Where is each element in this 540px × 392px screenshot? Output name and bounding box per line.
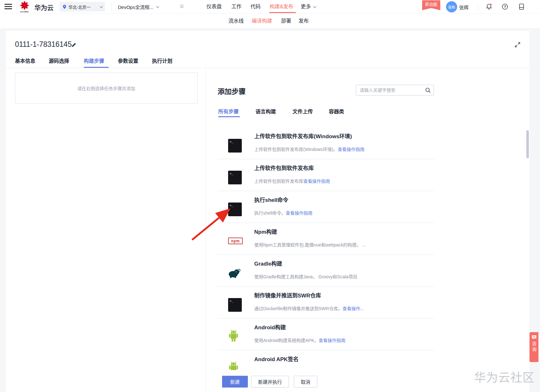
cancel-button[interactable]: 取消 <box>294 376 317 388</box>
step-item-npm[interactable]: npm Npm构建 使用Npm工具管理软件包,能做vue和webpack的构建。… <box>218 223 434 255</box>
topbar: HUAWEI 华为云 华北-北京一 DevOps全流程... ☆ 仪表盘 工作 … <box>0 0 540 13</box>
divider <box>112 3 112 11</box>
divider <box>478 3 478 11</box>
step-tab-language[interactable]: 语言构建 <box>256 107 276 115</box>
username[interactable]: 张辉 <box>459 4 469 11</box>
chat-bubble-icon <box>531 335 537 340</box>
huawei-wordmark: HUAWEI <box>19 11 30 13</box>
huawei-logo[interactable]: HUAWEI <box>19 1 30 13</box>
subnav-deploy[interactable]: 部署 <box>281 13 291 29</box>
step-title: 上传软件包到软件发布库(Windows环境) <box>254 132 352 140</box>
create-and-run-button[interactable]: 新建并执行 <box>251 376 289 388</box>
divider <box>17 3 17 11</box>
step-title: Npm构建 <box>254 227 277 235</box>
create-button[interactable]: 新建 <box>222 376 248 388</box>
step-item-gradle[interactable]: Gradle构建 使用Gradle构建工具构建Java， Groovy和Scal… <box>218 255 434 287</box>
step-item-android-build[interactable]: Android构建 使用Android构建系统构建APK。查看操作指南 <box>218 318 434 350</box>
subnav-release[interactable]: 发布 <box>299 13 309 29</box>
step-title: Android构建 <box>254 323 286 331</box>
guide-link[interactable]: 查看操作... <box>342 306 364 311</box>
guide-link[interactable]: 查看操作指南 <box>286 210 313 216</box>
page-title: 0111-1-78316145 <box>15 40 72 49</box>
nav-code[interactable]: 代码 <box>250 0 261 13</box>
step-item-docker-swr[interactable]: >_ 制作镜像并推送到SWR仓库 通过Dockerfile制作镜像并推送到SWR… <box>218 287 434 318</box>
tab-source-select[interactable]: 源码选择 <box>49 57 69 66</box>
step-desc: 上传软件包到软件发布库查看操作指南 <box>254 178 330 184</box>
tab-basic-info[interactable]: 基本信息 <box>15 57 35 66</box>
tab-build-steps[interactable]: 构建步骤 <box>84 57 104 66</box>
nav-more-label: 更多 <box>301 0 311 13</box>
brand-name: 华为云 <box>34 3 54 12</box>
step-title: 制作镜像并推送到SWR仓库 <box>254 291 321 299</box>
divider <box>205 68 206 392</box>
location-pin-icon <box>62 4 67 9</box>
nav-work[interactable]: 工作 <box>231 0 241 13</box>
svg-text:?: ? <box>504 5 506 9</box>
hamburger-menu-icon[interactable] <box>4 4 12 10</box>
subnav-pipeline[interactable]: 流水线 <box>228 13 244 29</box>
active-nav-underline <box>269 12 296 13</box>
region-selector[interactable]: 华北-北京一 <box>60 2 105 11</box>
search-input[interactable] <box>356 85 423 95</box>
step-item-shell[interactable]: >_ 执行shell命令 执行shell命令。查看操作指南 <box>218 191 434 223</box>
steps-list: >_ 上传软件包到软件发布库(Windows环境) 上传软件包到软件发布库(Wi… <box>218 127 434 370</box>
scrollbar-thumb[interactable] <box>526 130 529 158</box>
android-robot-icon <box>227 360 242 370</box>
divider <box>6 68 529 68</box>
step-title: 上传软件包到软件发布库 <box>254 164 314 172</box>
terminal-icon: >_ <box>228 203 242 216</box>
watermark: 华为云社区 <box>474 368 535 385</box>
step-title: Android APK签名 <box>254 355 299 363</box>
chevron-down-icon <box>100 5 103 8</box>
terminal-icon: >_ <box>228 171 242 184</box>
step-tab-file-upload[interactable]: 文件上传 <box>292 107 313 115</box>
huawei-flower-icon <box>20 1 29 10</box>
project-label: DevOps全流程... <box>118 4 154 10</box>
dropzone-hint: 请在右侧选择任务步骤并添加 <box>77 85 135 91</box>
fullscreen-expand-icon[interactable] <box>515 42 521 49</box>
terminal-icon: >_ <box>228 139 242 153</box>
project-selector[interactable]: DevOps全流程... <box>118 4 158 10</box>
edit-pencil-icon[interactable] <box>71 42 76 49</box>
guide-link[interactable]: 查看操作指南 <box>303 179 330 184</box>
avatar[interactable]: 张辉 <box>446 1 457 12</box>
region-label: 华北-北京一 <box>68 4 98 10</box>
step-search <box>356 85 434 96</box>
build-task-card: 0111-1-78316145 基本信息 源码选择 构建步骤 参数设置 执行计划… <box>6 31 529 392</box>
tab-parameters[interactable]: 参数设置 <box>118 57 138 66</box>
step-desc: 使用Gradle构建工具构建Java， Groovy和Scala项目 <box>254 273 357 280</box>
active-step-tab-underline <box>218 116 240 117</box>
step-dropzone: 请在右侧选择任务步骤并添加 <box>15 73 198 103</box>
nav-more[interactable]: 更多 <box>301 0 315 13</box>
nav-dashboard[interactable]: 仪表盘 <box>206 0 222 13</box>
step-title: Gradle构建 <box>254 259 282 267</box>
step-tab-all[interactable]: 所有步骤 <box>218 107 239 115</box>
console-device-icon[interactable] <box>518 3 525 10</box>
npm-icon: npm <box>228 238 243 244</box>
step-desc: 使用Npm工具管理软件包,能做vue和webpack的构建。 ... <box>254 241 366 248</box>
subnav-compile-build[interactable]: 编译构建 <box>252 13 272 29</box>
step-desc: 使用Android构建系统构建APK。查看操作指南 <box>254 337 345 343</box>
terminal-icon: >_ <box>228 298 242 312</box>
favorite-star-icon[interactable]: ☆ <box>179 3 184 10</box>
step-desc: 通过Dockerfile制作镜像并推送到SWR仓库。查看操作... <box>254 305 364 311</box>
step-tab-container[interactable]: 容器类 <box>329 107 344 115</box>
add-step-title: 添加步骤 <box>218 86 246 96</box>
help-icon[interactable]: ? <box>501 3 508 10</box>
step-item-upload-windows[interactable]: >_ 上传软件包到软件发布库(Windows环境) 上传软件包到软件发布库(Wi… <box>218 127 434 159</box>
consult-floating-button[interactable]: 咨询 <box>529 332 538 362</box>
chevron-down-icon <box>313 5 316 8</box>
step-desc: 上传软件包到软件发布库(Windows环境)。查看操作指南 <box>254 146 364 152</box>
guide-link[interactable]: 查看操作指南 <box>338 147 364 152</box>
step-title: 执行shell命令 <box>254 196 288 203</box>
search-icon[interactable] <box>425 87 431 95</box>
step-item-upload-release[interactable]: >_ 上传软件包到软件发布库 上传软件包到软件发布库查看操作指南 <box>218 159 434 191</box>
chevron-down-icon <box>156 5 159 8</box>
consult-label: 咨询 <box>531 341 537 353</box>
guide-link[interactable]: 查看操作指南 <box>319 338 345 343</box>
step-item-android-apk-sign[interactable]: Android APK签名 <box>218 350 434 370</box>
gradle-elephant-icon <box>227 265 242 280</box>
notification-bell-icon[interactable] <box>486 3 493 10</box>
tab-schedule[interactable]: 执行计划 <box>152 57 172 66</box>
nav-build-release[interactable]: 构建&发布 <box>270 0 293 13</box>
